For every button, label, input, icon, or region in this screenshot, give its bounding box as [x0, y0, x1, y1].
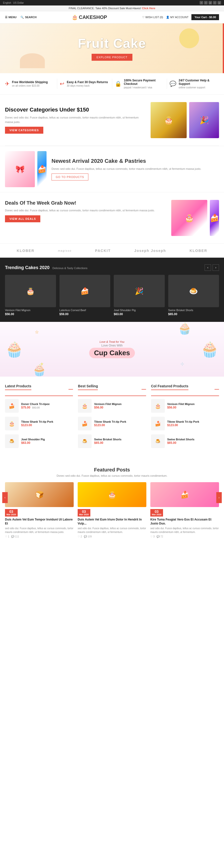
latest-products-menu[interactable]: — — [68, 386, 73, 392]
menu-icon: ☰ — [5, 16, 7, 19]
menu-button[interactable]: ☰ MENU — [5, 16, 17, 19]
support-icon: 💬 — [169, 81, 176, 87]
discover-image-1: 🎂 — [151, 102, 187, 138]
best-selling-product-1-name: Venison Filet Mignon — [94, 403, 122, 405]
trending-header: Trending Cakes 2020 Delicious & Tasty Co… — [5, 265, 219, 271]
brands-bar: KLOBER magisso PACKIT Joseph Joseph KLOB… — [0, 243, 224, 258]
cupcakes-label: Love & Treat for You — [89, 340, 135, 343]
best-selling-product-1-price: $56.00 — [94, 406, 103, 409]
post-2-month: Mar 2020 — [79, 513, 89, 516]
latest-product-3-image: 🍮 — [5, 434, 19, 448]
pinterest-icon[interactable]: p — [209, 1, 212, 4]
best-selling-title: Best Selling — [78, 384, 98, 390]
col-featured-product-3-image: 🍮 — [151, 434, 165, 448]
youtube-icon[interactable]: y — [218, 1, 221, 4]
header: ☰ MENU 🔍 SEARCH 🎂 CAKESHOP ♡ WISH LIST (… — [0, 11, 224, 23]
post-1-meta: 03 Mar 2020 — [5, 509, 74, 517]
latest-product-1-old-price: $92.00 — [32, 406, 40, 409]
col-featured-product-3-info: Swine Brisket Shorls $65.00 — [167, 438, 194, 444]
post-card-2: 🎂 03 Mar 2020 Duis Autem Vel Eum Iriure … — [78, 482, 146, 538]
trending-products-list: 🎂 Venison Filet Mignon $56.00 🍰 Laterkus… — [5, 275, 219, 316]
post-1-likes: ♡ 1 — [5, 535, 9, 538]
twitter-icon[interactable]: t — [204, 1, 207, 4]
best-selling-product-3-name: Swine Brisket Shorls — [94, 438, 121, 441]
trending-product-1-price: $56.00 — [5, 312, 56, 316]
cupcakes-subtitle: Love Ones With — [89, 344, 135, 347]
post-3-meta: 03 Mar 2020 — [150, 509, 219, 517]
posts-next-button[interactable]: › — [216, 492, 222, 503]
posts-carousel: ‹ 🍞 03 Mar 2020 Duis Autem Vel Eum Tempo… — [5, 482, 219, 538]
logo[interactable]: 🎂 CAKESHOP — [72, 14, 107, 20]
feature-shipping-text: Free Worldwide Shipping on all orders ov… — [12, 81, 48, 87]
cupcakes-banner: 🧁 🧁 ☆ ★ Love & Treat for You Love Ones W… — [0, 322, 224, 377]
wishlist-button[interactable]: ♡ WISH LIST (0) — [142, 16, 163, 19]
trending-section: Trending Cakes 2020 Delicious & Tasty Co… — [0, 258, 224, 322]
feature-support-text: 24/7 Customer Help & Support online cust… — [179, 79, 219, 89]
currency-selector[interactable]: US Dollar — [13, 1, 24, 4]
post-2-desc: sed odio dui. Fusce dapibus, tellus ac c… — [78, 526, 146, 534]
deals-title: Deals Of The Week Grab Now! — [5, 200, 166, 206]
deals-cta-button[interactable]: VIEW ALL DEALS — [5, 215, 40, 222]
star-decoration-2: ★ — [40, 361, 44, 367]
instagram-icon[interactable]: i — [213, 1, 217, 4]
best-selling-product-1: 🎂 Venison Filet Mignon $56.00 — [78, 399, 146, 413]
post-1-month: Mar 2020 — [6, 513, 16, 516]
newest-images: 🎀 🍰 — [5, 151, 46, 187]
trending-product-3: 🎉 Jowl Shoulder Pig $63.00 — [114, 275, 165, 316]
col-featured-product-1-name: Venison Filet Mignon — [167, 403, 195, 405]
latest-product-1-name: Doner Chuck Tri-tipee — [21, 403, 50, 405]
latest-products-header: Latest Products — — [5, 384, 73, 396]
wishlist-label: WISH LIST (0) — [146, 16, 163, 19]
hero-cta-button[interactable]: EXPLORE PRODUCT — [92, 54, 132, 61]
post-2-comments: 💬 109 — [84, 535, 92, 538]
trending-product-4-name: Swine Brisket Shorls — [168, 309, 219, 312]
star-decoration-4: ⊹ — [181, 361, 184, 367]
post-1-stats: ♡ 1 💬 111 — [5, 535, 74, 538]
trending-product-3-price: $63.00 — [114, 312, 165, 316]
facebook-icon[interactable]: f — [200, 1, 203, 4]
feature-shipping: ✈ Free Worldwide Shipping on all orders … — [5, 79, 55, 89]
best-selling-menu[interactable]: — — [141, 386, 146, 392]
trending-product-2-price: $59.00 — [60, 312, 110, 316]
post-3-month: Mar 2020 — [152, 513, 162, 516]
cart-button[interactable]: Your Cart - $0.00 — [191, 14, 219, 20]
cupcake-decoration-4: 🧁 — [178, 322, 192, 335]
best-selling-product-2-name: Tibow Shank Tri-tip Pork — [94, 420, 126, 423]
col-featured-header: Col Featured Products — — [151, 384, 219, 396]
trending-product-2-name: Laterkus Corned Beef — [60, 309, 110, 312]
latest-product-1-price: $75.00 — [21, 406, 30, 409]
feature-support-title: 24/7 Customer Help & Support — [179, 79, 219, 86]
trending-next-button[interactable]: › — [213, 265, 219, 271]
account-button[interactable]: 👤 MY ACCOUNT — [166, 16, 188, 19]
post-2-date: 03 Mar 2020 — [78, 509, 90, 517]
language-selector[interactable]: English — [3, 1, 11, 4]
post-2-day: 03 — [79, 510, 89, 513]
trending-product-2: 🍰 Laterkus Corned Beef $59.00 — [60, 275, 110, 316]
col-featured-menu[interactable]: — — [215, 386, 219, 392]
feature-support-subtitle: online customer support — [179, 86, 219, 89]
trending-product-3-name: Jowl Shoulder Pig — [114, 309, 165, 312]
deals-images: 🎂 🍰 — [171, 200, 219, 236]
search-button[interactable]: 🔍 SEARCH — [21, 16, 36, 19]
featured-posts-subtitle: Donec sed odio dui. Fusce dapibus, tellu… — [5, 474, 219, 477]
header-right-nav: ♡ WISH LIST (0) 👤 MY ACCOUNT Your Cart -… — [142, 14, 219, 20]
discover-title: Discover Categories Under $150 — [5, 106, 146, 113]
search-label: SEARCH — [25, 16, 36, 19]
brand-klober-2: magisso — [58, 249, 72, 252]
posts-grid: 🍞 03 Mar 2020 Duis Autem Vel Eum Tempor … — [5, 482, 219, 538]
post-1-desc: sed odio dui. Fusce dapibus, tellus ac c… — [5, 526, 74, 534]
payment-icon: 🔒 — [115, 81, 122, 87]
newest-cta-button[interactable]: GO TO PRODUCTS — [52, 174, 88, 181]
latest-product-3: 🍮 Jowl Shoulder Pig $63.00 — [5, 434, 73, 448]
trending-product-4-image: 🍮 — [168, 275, 219, 307]
latest-product-2-image: 🎂 — [5, 417, 19, 430]
announcement-link[interactable]: Click Here — [142, 7, 155, 10]
feature-returns-text: Easy & Fast 30 Days Returns 30 days mone… — [67, 81, 108, 87]
feature-payment-title: 100% Secure Payment Checkout — [124, 79, 164, 86]
feature-divider-3 — [167, 79, 167, 89]
trending-prev-button[interactable]: ‹ — [204, 265, 211, 271]
discover-cta-button[interactable]: VIEW CATEGORIES — [5, 127, 43, 134]
posts-prev-button[interactable]: ‹ — [2, 492, 8, 503]
post-3-image: 🍰 — [150, 482, 219, 507]
cupcakes-title: Cup Cakes — [89, 348, 135, 358]
